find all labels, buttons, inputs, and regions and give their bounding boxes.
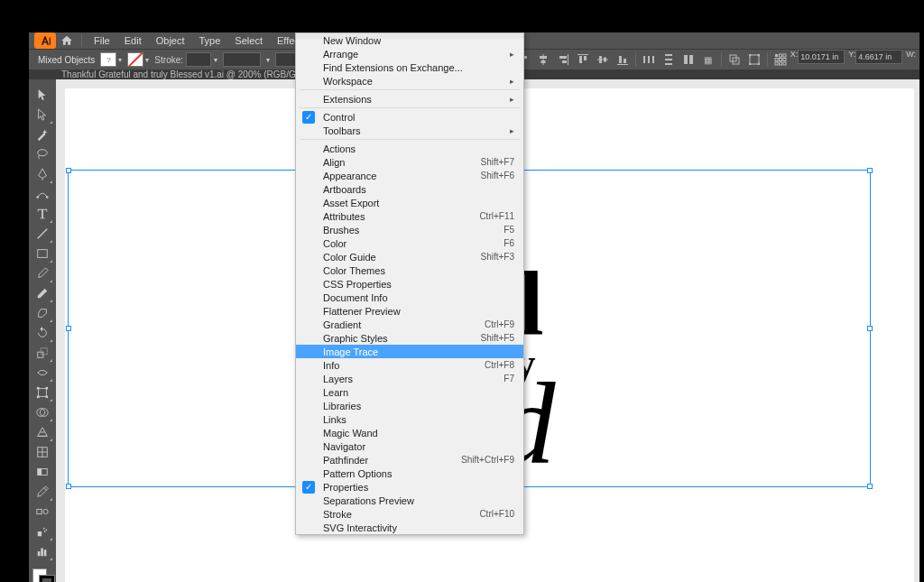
menu-item-color-themes[interactable]: Color Themes (296, 263, 523, 277)
menu-item-css-properties[interactable]: CSS Properties (296, 277, 523, 291)
fill-dropdown[interactable]: ?▾ (100, 52, 122, 67)
line-tool-icon[interactable] (32, 224, 53, 244)
menu-object[interactable]: Object (150, 32, 191, 49)
gradient-tool-icon[interactable] (32, 462, 53, 482)
menu-item-gradient[interactable]: GradientCtrl+F9 (296, 318, 523, 331)
menu-item-label: Artboards (323, 184, 366, 195)
menu-item-color[interactable]: ColorF6 (296, 236, 523, 250)
align-vcenter-icon[interactable] (593, 50, 613, 69)
menu-item-asset-export[interactable]: Asset Export (296, 196, 523, 209)
eraser-tool-icon[interactable] (32, 303, 53, 323)
symbol-sprayer-tool-icon[interactable] (32, 522, 53, 541)
shape-mode-icon[interactable] (725, 50, 744, 69)
menu-item-actions[interactable]: Actions (296, 142, 523, 155)
menu-item-label: Stroke (323, 509, 352, 520)
align-hcenter-icon[interactable] (533, 50, 553, 69)
menu-item-artboards[interactable]: Artboards (296, 182, 523, 196)
menu-item-pattern-options[interactable]: Pattern Options (296, 467, 523, 480)
pencil-tool-icon[interactable] (32, 283, 53, 303)
svg-rect-39 (783, 54, 786, 57)
menu-item-extensions[interactable]: Extensions▸ (296, 92, 523, 106)
blend-tool-icon[interactable] (32, 502, 53, 522)
align-top-icon[interactable] (573, 50, 593, 69)
x-field[interactable]: 10.0171 in (798, 50, 845, 64)
menu-item-stroke[interactable]: StrokeCtrl+F10 (296, 507, 523, 521)
reference-point-icon[interactable] (771, 50, 790, 69)
menu-item-learn[interactable]: Learn (296, 385, 523, 399)
menu-item-brushes[interactable]: BrushesF5 (296, 223, 523, 236)
menu-item-links[interactable]: Links (296, 412, 523, 426)
menu-item-svg-interactivity[interactable]: SVG Interactivity (296, 521, 523, 534)
graph-tool-icon[interactable] (32, 541, 53, 561)
menu-item-graphic-styles[interactable]: Graphic StylesShift+F5 (296, 331, 523, 345)
eyedropper-tool-icon[interactable] (32, 482, 53, 502)
menu-item-flattener-preview[interactable]: Flattener Preview (296, 304, 523, 318)
selection-tool-icon[interactable] (32, 85, 53, 105)
align-right-icon[interactable] (553, 50, 573, 69)
stroke-dropdown[interactable]: ▾ (127, 52, 149, 67)
menu-item-separations-preview[interactable]: Separations Preview (296, 494, 523, 507)
scale-tool-icon[interactable] (32, 343, 53, 363)
menu-select[interactable]: Select (228, 32, 269, 49)
menu-item-control[interactable]: ✓Control (296, 110, 523, 124)
paintbrush-tool-icon[interactable] (32, 263, 53, 283)
menu-item-libraries[interactable]: Libraries (296, 399, 523, 412)
rotate-tool-icon[interactable] (32, 323, 53, 343)
tool-panel (29, 79, 56, 582)
svg-rect-27 (665, 63, 672, 65)
free-transform-tool-icon[interactable] (32, 383, 53, 402)
type-tool-icon[interactable] (32, 204, 53, 224)
menu-item-toolbars[interactable]: Toolbars▸ (296, 124, 523, 137)
svg-rect-55 (46, 387, 49, 390)
mesh-tool-icon[interactable] (32, 442, 53, 462)
pen-tool-icon[interactable] (32, 164, 53, 184)
menu-item-find-extensions[interactable]: Find Extensions on Exchange... (296, 60, 523, 74)
svg-rect-13 (578, 54, 588, 55)
align-bottom-icon[interactable] (613, 50, 633, 69)
home-icon[interactable] (58, 32, 76, 49)
menu-item-attributes[interactable]: AttributesCtrl+F11 (296, 209, 523, 223)
y-field[interactable]: 4.6617 in (855, 50, 902, 64)
menu-item-info[interactable]: InfoCtrl+F8 (296, 358, 523, 372)
menu-edit[interactable]: Edit (118, 32, 148, 49)
x-label: X: (790, 50, 799, 69)
svg-line-49 (38, 229, 48, 239)
menu-item-properties[interactable]: ✓Properties (296, 480, 523, 494)
menu-item-pathfinder[interactable]: PathfinderShift+Ctrl+F9 (296, 453, 523, 467)
menu-item-document-info[interactable]: Document Info (296, 291, 523, 304)
menu-type[interactable]: Type (193, 32, 227, 49)
svg-rect-11 (559, 56, 567, 59)
menu-item-magic-wand[interactable]: Magic Wand (296, 426, 523, 439)
magic-wand-tool-icon[interactable] (32, 125, 53, 144)
menu-item-label: Graphic Styles (323, 333, 388, 344)
menu-item-image-trace[interactable]: Image Trace (296, 345, 523, 358)
rectangle-tool-icon[interactable] (32, 244, 53, 263)
lasso-tool-icon[interactable] (32, 144, 53, 164)
distribute-spacing-icon[interactable] (679, 50, 698, 69)
menu-item-appearance[interactable]: AppearanceShift+F6 (296, 169, 523, 182)
stroke-weight[interactable]: Stroke: ▾ (154, 52, 217, 67)
svg-rect-53 (39, 389, 47, 397)
distribute-h-icon[interactable] (639, 50, 659, 69)
transform-icon[interactable] (744, 50, 764, 69)
perspective-tool-icon[interactable] (32, 422, 53, 442)
direct-selection-tool-icon[interactable] (32, 105, 53, 125)
menu-item-arrange[interactable]: Arrange▸ (296, 47, 523, 60)
menu-item-navigator[interactable]: Navigator (296, 439, 523, 453)
menu-item-layers[interactable]: LayersF7 (296, 372, 523, 385)
fill-stroke-indicator[interactable] (31, 567, 54, 582)
menu-file[interactable]: File (88, 32, 116, 49)
svg-rect-65 (37, 509, 42, 513)
shape-builder-tool-icon[interactable] (32, 402, 53, 422)
menu-item-shortcut: F5 (504, 225, 514, 235)
menu-item-align[interactable]: AlignShift+F7 (296, 155, 523, 169)
align-to-icon[interactable]: ▦ (698, 50, 718, 69)
menu-item-workspace[interactable]: Workspace▸ (296, 74, 523, 88)
curvature-tool-icon[interactable] (32, 184, 53, 204)
menu-item-label: Color (323, 238, 346, 249)
width-tool-icon[interactable] (32, 363, 53, 383)
menu-item-new-window[interactable]: New Window (296, 33, 523, 47)
distribute-v-icon[interactable] (659, 50, 679, 69)
stroke-profile[interactable] (223, 52, 261, 67)
menu-item-color-guide[interactable]: Color GuideShift+F3 (296, 250, 523, 263)
